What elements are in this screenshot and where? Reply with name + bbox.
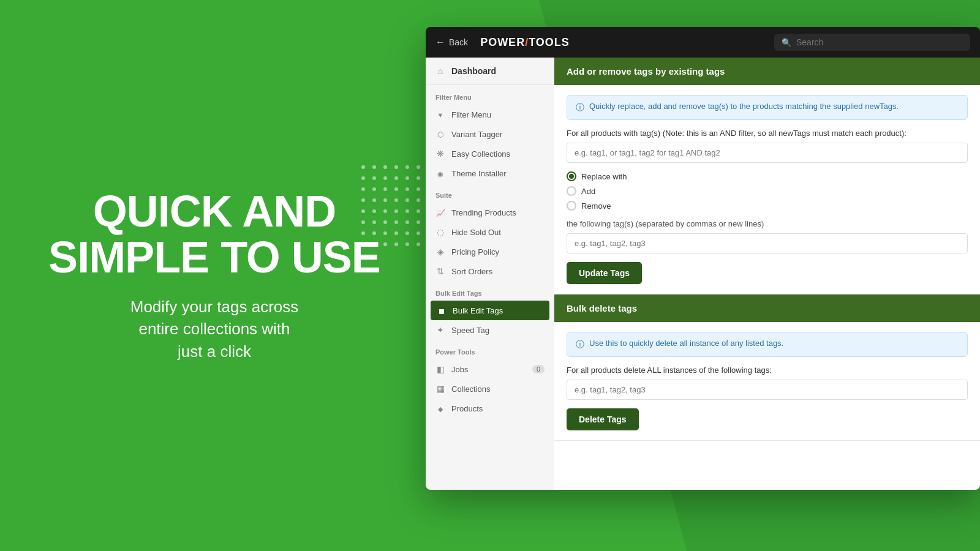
jobs-label: Jobs [451,365,468,374]
hero-title: QUICK AND SIMPLE TO USE [48,189,380,281]
sidebar-item-bulk-edit-tags[interactable]: Bulk Edit Tags [431,301,549,320]
radio-remove-circle [567,201,576,211]
right-panel: Add or remove tags by existing tags ⓘ Qu… [554,58,980,490]
easy-icon [435,149,445,159]
sidebar-item-variant-tagger[interactable]: Variant Tagger [426,124,554,144]
trending-icon [435,208,445,217]
filter-menu-label: Filter Menu [451,110,491,119]
dashboard-label: Dashboard [451,66,496,76]
bulk-delete-info-box: ⓘ Use this to quickly delete all instanc… [567,332,968,357]
speed-icon [435,325,445,335]
collections-icon [435,384,445,394]
update-tags-button[interactable]: Update Tags [567,262,642,284]
jobs-badge: 0 [532,365,545,373]
sidebar-item-jobs[interactable]: Jobs 0 [426,359,554,379]
bulk-delete-field-label: For all products delete ALL instances of… [567,365,968,375]
sidebar-item-collections[interactable]: Collections [426,379,554,399]
sort-orders-label: Sort Orders [451,267,492,276]
sidebar-item-easy-collections[interactable]: Easy Collections [426,144,554,163]
existing-tags-input[interactable] [567,143,968,163]
power-tools-section-label: Power Tools [426,340,554,359]
sidebar-item-hide-sold-out[interactable]: Hide Sold Out [426,222,554,242]
bulk-delete-tags-section: Bulk delete tags ⓘ Use this to quickly d… [554,294,980,441]
radio-add-circle [567,186,576,196]
delete-tags-input[interactable] [567,380,968,400]
hero-subtitle: Modify your tags acrossentire collection… [130,296,299,362]
add-remove-tags-header: Add or remove tags by existing tags [554,58,980,85]
hide-sold-out-label: Hide Sold Out [451,228,501,237]
filter-icon [435,110,445,119]
search-input[interactable] [796,37,963,47]
back-icon: ← [435,37,445,48]
hide-icon [435,227,445,237]
radio-remove-label: Remove [581,201,611,211]
products-icon [435,403,445,413]
pricing-icon [435,247,445,257]
hero-section: QUICK AND SIMPLE TO USE Modify your tags… [0,0,429,551]
suite-section-label: Suite [426,183,554,203]
sidebar-item-products[interactable]: Products [426,399,554,418]
search-bar[interactable]: 🔍 [774,34,970,51]
sidebar: Dashboard Filter Menu Filter Menu Varian… [426,58,554,490]
speed-tag-label: Speed Tag [451,326,489,335]
easy-collections-label: Easy Collections [451,149,510,159]
radio-replace-circle [567,171,576,181]
app-window: ← Back POWER/TOOLS 🔍 Dashboard Filter Me… [426,27,980,490]
puzzle-icon [435,129,445,139]
house-icon [435,66,445,76]
search-icon: 🔍 [782,38,791,47]
field2-label: the following tag(s) (separated by comma… [567,219,968,228]
bulk-edit-tags-label: Bulk Edit Tags [453,306,503,315]
sidebar-item-theme-installer[interactable]: Theme Installer [426,163,554,183]
sidebar-item-dashboard[interactable]: Dashboard [426,58,554,85]
sidebar-item-filter-menu[interactable]: Filter Menu [426,105,554,124]
radio-replace-label: Replace with [581,172,627,181]
pricing-policy-label: Pricing Policy [451,247,499,257]
radio-add-label: Add [581,187,595,196]
info-icon-2: ⓘ [576,339,584,350]
sidebar-item-sort-orders[interactable]: Sort Orders [426,261,554,281]
bulk-edit-section-label: Bulk Edit Tags [426,281,554,301]
field1-label: For all products with tag(s) (Note: this… [567,129,968,138]
sidebar-item-pricing-policy[interactable]: Pricing Policy [426,242,554,261]
filter-menu-section-label: Filter Menu [426,85,554,105]
radio-group: Replace with Add Remove [567,171,968,211]
collections-label: Collections [451,384,491,394]
trending-products-label: Trending Products [451,208,516,217]
logo-accent: / [525,36,529,48]
theme-installer-label: Theme Installer [451,169,507,178]
main-content: Dashboard Filter Menu Filter Menu Varian… [426,58,980,490]
bulk-delete-tags-body: ⓘ Use this to quickly delete all instanc… [554,322,980,440]
top-bar: ← Back POWER/TOOLS 🔍 [426,27,980,58]
theme-icon [435,168,445,178]
add-remove-info-text: Quickly replace, add and remove tag(s) t… [589,102,899,111]
sidebar-item-trending-products[interactable]: Trending Products [426,203,554,222]
dots-decoration [361,165,423,249]
sidebar-item-speed-tag[interactable]: Speed Tag [426,320,554,340]
bulk-edit-icon [437,305,447,315]
bulk-delete-info-text: Use this to quickly delete all instance … [589,339,783,348]
back-button[interactable]: ← Back [435,37,468,48]
sort-icon [435,266,445,276]
add-remove-tags-section: Add or remove tags by existing tags ⓘ Qu… [554,58,980,294]
bulk-delete-tags-header: Bulk delete tags [554,294,980,322]
add-remove-info-box: ⓘ Quickly replace, add and remove tag(s)… [567,95,968,120]
variant-tagger-label: Variant Tagger [451,130,502,139]
back-label: Back [449,37,468,47]
info-icon: ⓘ [576,102,584,113]
products-label: Products [451,404,483,413]
radio-replace[interactable]: Replace with [567,171,968,181]
delete-tags-button[interactable]: Delete Tags [567,408,639,430]
add-remove-tags-body: ⓘ Quickly replace, add and remove tag(s)… [554,85,980,294]
new-tags-input[interactable] [567,233,968,253]
radio-add[interactable]: Add [567,186,968,196]
app-logo: POWER/TOOLS [480,36,774,49]
radio-remove[interactable]: Remove [567,201,968,211]
jobs-icon [435,364,445,374]
